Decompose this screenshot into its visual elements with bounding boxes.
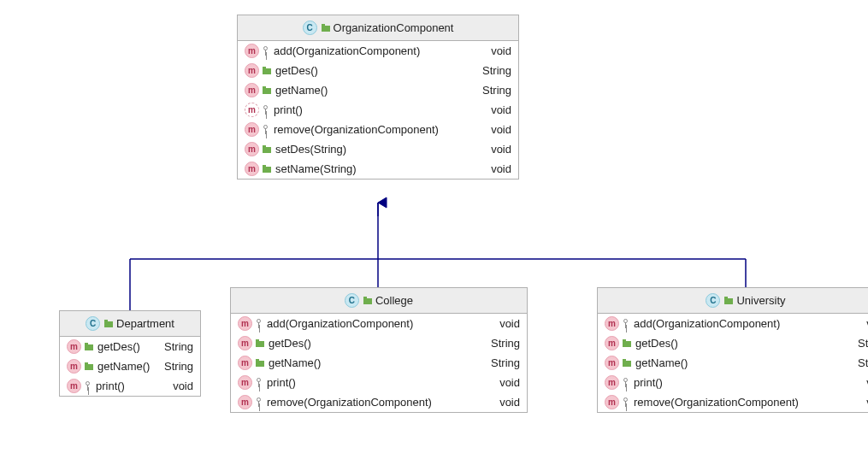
method-row: msetDes(String)void — [238, 139, 518, 159]
package-visibility-icon — [263, 145, 271, 153]
method-return-type: String — [690, 356, 868, 369]
method-row: mgetName()String — [238, 80, 518, 100]
method-icon: m — [605, 316, 619, 331]
method-row: madd(OrganizationComponent)void — [231, 314, 527, 333]
class-header: C College — [231, 288, 527, 314]
method-name: getDes() — [634, 337, 678, 350]
method-row: mgetDes()String — [598, 333, 868, 353]
method-row: madd(OrganizationComponent)void — [598, 314, 868, 333]
key-visibility-icon — [263, 125, 269, 135]
class-icon: C — [86, 316, 100, 331]
method-icon: m — [605, 375, 619, 390]
package-visibility-icon — [623, 339, 631, 347]
method-icon: m — [67, 379, 81, 393]
method-return-type: void — [127, 380, 193, 392]
method-icon: m — [238, 336, 252, 350]
method-return-type: void — [434, 396, 520, 409]
class-header: C Department — [60, 311, 200, 337]
package-visibility-icon — [263, 165, 271, 173]
method-icon: m — [238, 375, 252, 390]
method-row: mremove(OrganizationComponent)void — [598, 392, 868, 412]
method-return-type: void — [422, 44, 511, 57]
class-name: University — [736, 294, 785, 307]
method-return-type: String — [143, 340, 193, 353]
method-row: mgetName()String — [60, 356, 200, 376]
method-name: getName() — [634, 356, 688, 369]
method-icon: m — [245, 63, 259, 78]
package-visibility-icon — [623, 359, 631, 367]
method-row: mgetDes()String — [60, 337, 200, 356]
package-visibility-icon — [85, 343, 93, 350]
method-row: mprint()void — [598, 373, 868, 392]
key-visibility-icon — [85, 381, 92, 391]
method-row: mgetName()String — [231, 353, 527, 373]
package-icon — [363, 297, 372, 304]
method-return-type: void — [359, 162, 511, 175]
method-row: mgetDes()String — [238, 61, 518, 80]
method-name: getDes() — [274, 64, 318, 77]
key-visibility-icon — [263, 46, 269, 56]
class-name: Department — [116, 317, 174, 330]
package-visibility-icon — [256, 359, 264, 367]
method-icon: m — [67, 359, 81, 374]
method-name: print() — [632, 376, 663, 389]
method-icon: m — [245, 83, 259, 97]
method-return-type: void — [441, 123, 511, 136]
method-row: mgetDes()String — [231, 333, 527, 353]
class-icon: C — [706, 293, 720, 308]
class-name: OrganizationComponent — [334, 21, 454, 34]
method-icon: m — [605, 395, 619, 409]
method-name: getName() — [274, 84, 328, 97]
method-return-type: String — [314, 337, 520, 350]
class-college: C College madd(OrganizationComponent)voi… — [230, 287, 528, 413]
method-return-type: void — [782, 317, 868, 330]
method-return-type: void — [801, 396, 868, 409]
method-icon: m — [605, 336, 619, 350]
method-return-type: void — [305, 103, 511, 116]
package-visibility-icon — [85, 362, 93, 370]
class-university: C University madd(OrganizationComponent)… — [597, 287, 868, 413]
method-list: madd(OrganizationComponent)voidmgetDes()… — [598, 314, 868, 412]
method-name: add(OrganizationComponent) — [265, 317, 413, 330]
package-icon — [724, 297, 733, 304]
method-return-type: String — [323, 356, 520, 369]
key-visibility-icon — [256, 397, 263, 408]
method-icon: m — [238, 316, 252, 331]
class-header: C University — [598, 288, 868, 314]
method-name: getDes() — [267, 337, 311, 350]
method-name: remove(OrganizationComponent) — [272, 123, 439, 136]
method-icon: m — [245, 162, 259, 176]
method-name: print() — [265, 376, 296, 389]
method-row: mprint()void — [231, 373, 527, 392]
method-name: getName() — [96, 360, 150, 373]
abstract-method-icon: m — [245, 103, 259, 117]
method-return-type: String — [681, 337, 868, 350]
package-icon — [104, 320, 113, 327]
method-row: mgetName()String — [598, 353, 868, 373]
package-visibility-icon — [256, 339, 264, 347]
class-organizationcomponent: C OrganizationComponent madd(Organizatio… — [237, 15, 519, 180]
package-visibility-icon — [263, 67, 271, 74]
key-visibility-icon — [256, 378, 263, 388]
method-return-type: void — [665, 376, 868, 389]
method-name: getDes() — [96, 340, 140, 353]
key-visibility-icon — [623, 319, 629, 329]
class-header: C OrganizationComponent — [238, 15, 518, 41]
method-return-type: String — [330, 84, 511, 97]
method-icon: m — [245, 122, 259, 137]
key-visibility-icon — [623, 397, 629, 408]
method-icon: m — [605, 356, 619, 370]
method-name: remove(OrganizationComponent) — [265, 396, 432, 409]
method-icon: m — [245, 142, 259, 156]
package-visibility-icon — [263, 86, 271, 94]
method-list: madd(OrganizationComponent)voidmgetDes()… — [231, 314, 527, 412]
package-icon — [322, 24, 330, 32]
method-return-type: String — [152, 360, 193, 373]
class-icon: C — [303, 21, 317, 35]
method-name: getName() — [267, 356, 321, 369]
method-name: print() — [272, 103, 303, 116]
method-row: mremove(OrganizationComponent)void — [238, 120, 518, 139]
key-visibility-icon — [256, 319, 263, 329]
method-list: madd(OrganizationComponent)voidmgetDes()… — [238, 41, 518, 179]
method-return-type: void — [298, 376, 520, 389]
